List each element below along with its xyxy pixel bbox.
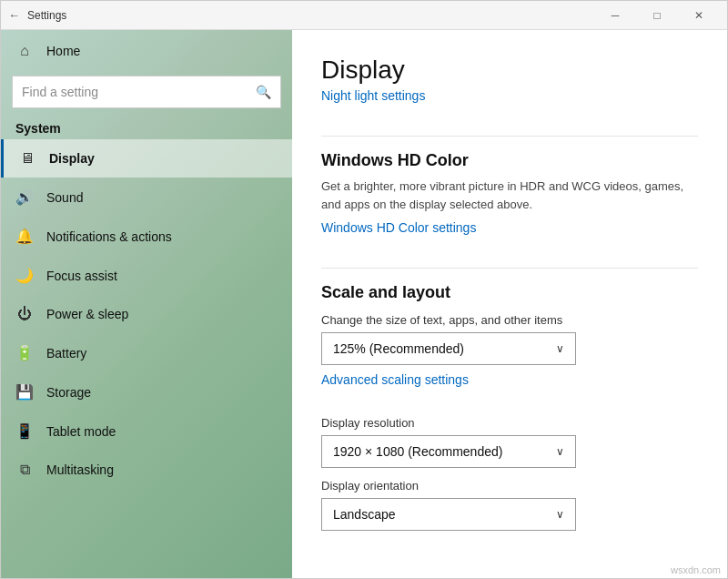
titlebar-left: ← Settings	[8, 8, 66, 22]
close-button[interactable]: ✕	[678, 1, 720, 30]
hd-color-desc: Get a brighter, more vibrant picture in …	[321, 178, 685, 213]
battery-label: Battery	[46, 346, 86, 361]
night-light-link[interactable]: Night light settings	[321, 88, 425, 103]
scale-dropdown-arrow: ∨	[556, 342, 564, 355]
notifications-icon: 🔔	[15, 228, 34, 245]
watermark: wsxdn.com	[671, 564, 721, 575]
sidebar: ⌂ Home 🔍 System 🖥 Display 🔊 Sound 🔔 N	[1, 30, 292, 578]
page-title: Display	[321, 56, 698, 85]
sidebar-section-title: System	[1, 116, 292, 139]
home-label: Home	[46, 44, 80, 58]
titlebar-title: Settings	[27, 9, 66, 22]
minimize-button[interactable]: ─	[594, 1, 636, 30]
resolution-value: 1920 × 1080 (Recommended)	[333, 444, 502, 459]
settings-window: ← Settings ─ □ ✕ ⌂ Home 🔍 System	[0, 0, 728, 579]
focus-label: Focus assist	[46, 269, 117, 283]
sidebar-item-focus[interactable]: 🌙 Focus assist	[1, 256, 292, 295]
sound-label: Sound	[46, 190, 83, 205]
resolution-dropdown[interactable]: 1920 × 1080 (Recommended) ∨	[321, 435, 576, 468]
titlebar: ← Settings ─ □ ✕	[1, 1, 727, 30]
orientation-dropdown[interactable]: Landscape ∨	[321, 498, 576, 531]
main-layout: ⌂ Home 🔍 System 🖥 Display 🔊 Sound 🔔 N	[1, 30, 727, 578]
sidebar-item-storage[interactable]: 💾 Storage	[1, 372, 292, 411]
storage-label: Storage	[46, 385, 91, 400]
sidebar-item-display[interactable]: 🖥 Display	[1, 139, 292, 178]
orientation-dropdown-arrow: ∨	[556, 508, 564, 521]
sound-icon: 🔊	[15, 188, 34, 206]
display-label: Display	[49, 151, 95, 166]
power-icon: ⏻	[15, 306, 34, 322]
orientation-value: Landscape	[333, 507, 396, 522]
multitasking-label: Multitasking	[46, 462, 114, 477]
battery-icon: 🔋	[15, 344, 34, 361]
storage-icon: 💾	[15, 383, 34, 401]
power-label: Power & sleep	[46, 307, 128, 321]
advanced-scaling-link[interactable]: Advanced scaling settings	[321, 372, 469, 387]
sidebar-item-notifications[interactable]: 🔔 Notifications & actions	[1, 217, 292, 256]
back-icon[interactable]: ←	[8, 8, 20, 22]
scale-dropdown[interactable]: 125% (Recommended) ∨	[321, 332, 576, 365]
sidebar-item-sound[interactable]: 🔊 Sound	[1, 178, 292, 217]
divider-1	[321, 136, 698, 137]
search-bar[interactable]: 🔍	[12, 76, 281, 108]
focus-icon: 🌙	[15, 267, 34, 284]
sidebar-item-tablet[interactable]: 📱 Tablet mode	[1, 411, 292, 451]
scale-label: Change the size of text, apps, and other…	[321, 313, 698, 327]
notifications-label: Notifications & actions	[46, 229, 172, 244]
home-icon: ⌂	[15, 43, 34, 59]
divider-2	[321, 268, 698, 269]
search-icon: 🔍	[256, 85, 271, 99]
maximize-button[interactable]: □	[636, 1, 678, 30]
scale-value: 125% (Recommended)	[333, 341, 464, 356]
tablet-label: Tablet mode	[46, 424, 116, 439]
resolution-label: Display resolution	[321, 416, 698, 430]
tablet-icon: 📱	[15, 422, 34, 440]
resolution-dropdown-arrow: ∨	[556, 445, 564, 458]
scale-layout-title: Scale and layout	[321, 283, 698, 302]
sidebar-item-multitasking[interactable]: ⧉ Multitasking	[1, 451, 292, 489]
sidebar-item-battery[interactable]: 🔋 Battery	[1, 333, 292, 372]
content-area: Display Night light settings Windows HD …	[292, 30, 727, 578]
orientation-label: Display orientation	[321, 479, 698, 493]
multitasking-icon: ⧉	[15, 462, 34, 478]
hd-color-link[interactable]: Windows HD Color settings	[321, 220, 476, 235]
titlebar-controls: ─ □ ✕	[594, 1, 720, 30]
display-icon: 🖥	[18, 150, 36, 167]
sidebar-item-home[interactable]: ⌂ Home	[1, 30, 292, 72]
search-input[interactable]	[22, 85, 256, 99]
hd-color-title: Windows HD Color	[321, 151, 698, 170]
sidebar-item-power[interactable]: ⏻ Power & sleep	[1, 295, 292, 333]
